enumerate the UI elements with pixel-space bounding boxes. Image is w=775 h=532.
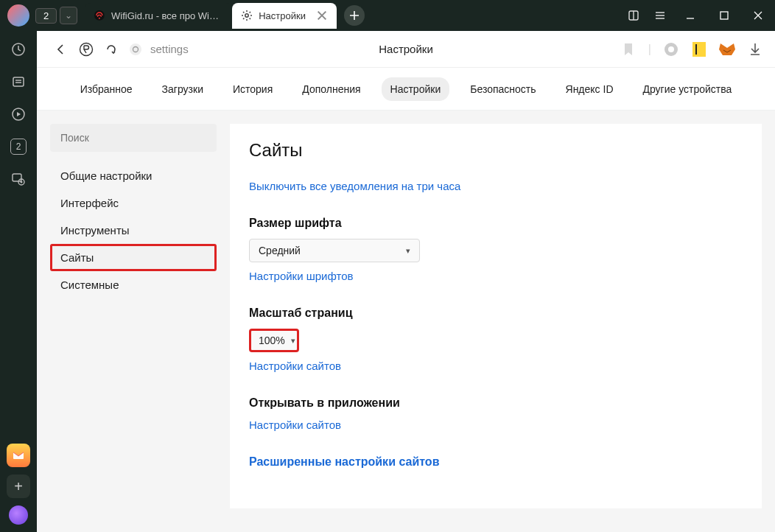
svg-point-1 [99,18,100,19]
profile-avatar[interactable] [7,4,29,27]
page-title: Настройки [379,43,433,55]
wifi-icon [94,10,105,21]
sidebar-item-interface[interactable]: Интерфейс [50,189,217,217]
screenshot-icon[interactable] [9,169,28,189]
tab-count-badge[interactable]: 2 [35,8,57,24]
settings-content: Избранное Загрузки История Дополнения На… [37,68,775,532]
back-button[interactable] [49,37,74,62]
svg-rect-4 [720,12,728,19]
svg-rect-16 [692,42,706,57]
topnav-extensions[interactable]: Дополнения [293,77,369,101]
font-size-label: Размер шрифта [249,217,743,230]
yandex-logo-icon[interactable] [74,37,99,62]
topnav-favorites[interactable]: Избранное [71,77,141,101]
minimize-button[interactable] [673,0,707,31]
svg-point-10 [21,181,23,183]
page-zoom-value: 100% [259,335,285,346]
menu-icon[interactable] [654,10,666,21]
chevron-down-icon: ▾ [406,246,410,256]
svg-point-12 [130,43,141,55]
page-heading: Сайты [249,140,743,161]
font-size-value: Средний [259,245,301,256]
site-info-icon [128,42,143,57]
url-text: settings [150,43,189,55]
address-bar: settings Настройки | [37,31,775,68]
play-icon[interactable] [9,105,28,124]
open-in-app-label: Открывать в приложении [249,396,743,410]
tab-settings[interactable]: Настройки [232,3,337,29]
topnav-downloads[interactable]: Загрузки [153,77,212,101]
panel-icon[interactable] [628,10,639,21]
advanced-sites-settings-link[interactable]: Расширенные настройки сайтов [249,455,439,468]
sites-settings-link[interactable]: Настройки сайтов [249,360,341,372]
font-size-select[interactable]: Средний ▾ [249,239,420,262]
settings-topnav: Избранное Загрузки История Дополнения На… [37,68,775,111]
sidebar-item-tools[interactable]: Инструменты [50,217,217,244]
svg-point-15 [668,46,674,52]
gear-icon [241,10,253,21]
svg-rect-8 [13,174,21,181]
news-icon[interactable] [9,72,28,91]
tabs-count-icon[interactable]: 2 [9,137,28,156]
settings-search-input[interactable] [50,124,217,152]
topnav-other-devices[interactable]: Другие устройства [634,77,741,101]
topnav-history[interactable]: История [224,77,281,101]
new-tab-button[interactable] [344,5,365,26]
mail-icon[interactable] [7,444,30,467]
font-settings-link[interactable]: Настройки шрифтов [249,270,354,282]
close-icon[interactable] [316,10,328,21]
topnav-settings[interactable]: Настройки [382,77,450,101]
topnav-security[interactable]: Безопасность [461,77,544,101]
close-button[interactable] [741,0,775,31]
maximize-button[interactable] [707,0,741,31]
tab-dropdown-chevron[interactable]: ⌄ [60,7,77,24]
titlebar: 2 ⌄ WifiGid.ru - все про WiFi и Настройк… [0,0,775,31]
svg-point-2 [245,14,248,17]
download-icon[interactable] [747,41,763,57]
separator: | [648,43,651,56]
page-zoom-label: Масштаб страниц [249,307,743,320]
topnav-yandexid[interactable]: Яндекс ID [557,77,623,101]
tab-title: WifiGid.ru - все про WiFi и [111,10,223,21]
sidebar-item-sites[interactable]: Сайты [50,244,217,271]
sidebar-item-system[interactable]: Системные [50,271,217,298]
tab-wifigid[interactable]: WifiGid.ru - все про WiFi и [85,3,232,29]
settings-main: Сайты Выключить все уведомления на три ч… [230,124,762,508]
add-panel-button[interactable]: + [7,475,30,498]
settings-sidebar: Общие настройки Интерфейс Инструменты Са… [50,124,217,508]
tab-strip: WifiGid.ru - все про WiFi и Настройки [85,3,365,29]
browser-sidebar: 2 + [0,31,37,532]
reload-button[interactable] [99,37,124,62]
extension-flag-icon[interactable] [691,41,707,57]
open-in-app-settings-link[interactable]: Настройки сайтов [249,419,341,431]
tab-title: Настройки [259,10,306,21]
svg-rect-6 [13,77,24,86]
sidebar-item-general[interactable]: Общие настройки [50,162,217,189]
page-zoom-select[interactable]: 100% ▾ [249,329,299,352]
bookmark-icon[interactable] [620,41,637,57]
url-box[interactable]: settings [128,42,189,57]
alice-icon[interactable] [9,505,28,525]
disable-notifications-link[interactable]: Выключить все уведомления на три часа [249,180,460,192]
chevron-down-icon: ▾ [291,336,295,346]
extension-metamask-icon[interactable] [719,41,735,57]
extension-shield-icon[interactable] [663,41,679,57]
history-icon[interactable] [9,40,28,59]
